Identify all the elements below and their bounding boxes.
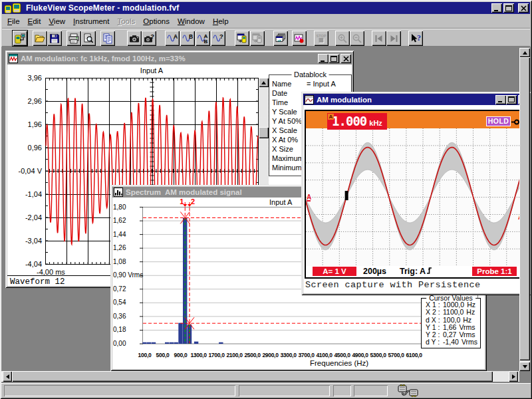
toolbar-camera-button[interactable]	[127, 31, 142, 46]
toolbar-record-button[interactable]	[292, 31, 307, 46]
toolbar-replay-to-pc-gray-button[interactable]	[250, 31, 265, 46]
cursor-value-row: X 2 :1100,0Hz	[422, 309, 480, 316]
spectrum-bar-300hz	[152, 342, 156, 344]
scope-window-titlebar[interactable]: AM modulation	[303, 94, 529, 105]
toolbar-print-button[interactable]	[66, 31, 81, 46]
toolbar-waveform-query-button[interactable]: ?	[211, 31, 225, 46]
spectrum-x-tick-label: 4500,0	[334, 352, 350, 358]
app-icon	[4, 3, 24, 13]
hold-badge: HOLD	[486, 116, 511, 126]
menu-tools[interactable]: Tools	[113, 16, 139, 27]
toolbar-camera-query-button[interactable]: ?	[142, 31, 156, 46]
toolbar: ?ABAB?STOP?	[2, 28, 530, 47]
zoom-in-icon	[337, 33, 348, 44]
spectrum-y-tick-label: 1,44	[113, 231, 126, 238]
spectrum-x-tick-label: 2100,0	[226, 352, 242, 358]
toolbar-waveform-a-button[interactable]: A	[165, 31, 180, 46]
toolbar-waveform-ab-button[interactable]: AB	[196, 31, 210, 46]
mdi-vertical-scrollbar[interactable]	[519, 48, 530, 371]
waveform-chart-title: Input A	[125, 66, 178, 74]
spectrum-y-tick-label: 0,18	[113, 326, 126, 333]
app-maximize-button[interactable]	[503, 3, 514, 13]
toolbar-copy-button[interactable]	[100, 31, 115, 46]
scope-trigger-marker	[345, 191, 348, 200]
datablock-row: Name= Input A	[269, 79, 351, 88]
spectrum-y-tick-label: 1,08	[113, 258, 126, 265]
svg-text:?: ?	[417, 33, 421, 43]
app-titlebar[interactable]: FlukeView ScopeMeter - modulation.fvf	[2, 2, 530, 14]
scope-caption-text: Screen capture with Persistence	[305, 280, 481, 290]
spectrum-y-tick-label: 1,62	[113, 217, 126, 224]
go-first-icon	[374, 33, 384, 44]
replay-to-pc-icon	[237, 33, 247, 44]
toolbar-waveform-b-button[interactable]: B	[180, 31, 195, 46]
scope-trace-plot	[306, 128, 523, 266]
toolbar-go-first-button[interactable]	[372, 31, 386, 46]
cursor-values-panel: Cursor Values X 1 :1000,0HzX 2 :1100,0Hz…	[421, 298, 481, 348]
app-close-button[interactable]	[518, 3, 529, 13]
toolbar-open-folder-button[interactable]	[33, 31, 47, 46]
scope-minimize-button[interactable]	[495, 95, 506, 104]
stop-icon: STOP	[316, 33, 327, 44]
menu-window[interactable]: Window	[174, 16, 209, 27]
svg-text:?: ?	[219, 33, 223, 40]
toolbar-save-floppy-button[interactable]	[47, 31, 62, 46]
spectrum-bar-600hz	[165, 342, 169, 344]
toolbar-print-preview-button[interactable]	[81, 31, 96, 46]
camera-query-icon: ?	[144, 33, 154, 44]
spectrum-y-tick-label: 0,90 Vrms	[113, 271, 143, 279]
go-last-icon	[388, 33, 399, 44]
mdi-scroll-down-button[interactable]	[519, 362, 530, 371]
waveform-y-tick-label: -2,04	[7, 213, 42, 221]
menu-options[interactable]: Options	[139, 16, 174, 27]
scope-window-icon	[305, 95, 314, 104]
spectrum-bar-1800hz	[219, 342, 223, 344]
toolbar-copy-windows-button[interactable]	[273, 31, 288, 46]
app-minimize-button[interactable]	[491, 3, 502, 13]
mdi-scroll-left-button[interactable]	[3, 371, 12, 382]
save-floppy-icon	[49, 33, 60, 44]
menu-instrument[interactable]: Instrument	[69, 16, 113, 27]
mdi-horizontal-scrollbar[interactable]	[1, 371, 519, 382]
waveform-scroll-up-button[interactable]	[259, 78, 269, 87]
cursor-value-unit: Hz	[466, 309, 485, 316]
datablock-row-label: Name	[272, 79, 307, 88]
spectrum-bar-1250hz	[194, 342, 198, 344]
waveform-close-button[interactable]	[340, 54, 351, 63]
toolbar-scopemeter-connect-button[interactable]	[13, 31, 27, 46]
toolbar-zoom-in-button[interactable]	[335, 31, 350, 46]
waveform-y-tick-label: -0,04 V	[7, 167, 42, 175]
spectrum-window-icon	[114, 188, 123, 197]
waveform-maximize-button[interactable]	[329, 54, 339, 63]
waveform-a-icon: A	[167, 33, 178, 44]
mdi-vscrollbar-thumb[interactable]	[519, 57, 530, 360]
menu-file[interactable]: File	[3, 16, 24, 27]
waveform-window-titlebar[interactable]: AM modulation: fc 1kHz, fmod 100Hz, m=33…	[7, 53, 352, 65]
mdi-scroll-right-button[interactable]	[509, 371, 518, 382]
cursor-value-label: X 2 :	[426, 309, 443, 316]
mdi-hscrollbar-thumb[interactable]	[12, 371, 493, 382]
waveform-scrollbar-thumb[interactable]	[259, 127, 269, 138]
spectrum-x-tick-label: 2500,0	[244, 352, 260, 358]
spectrum-x-tick-label: 5700,0	[388, 352, 404, 358]
menu-help[interactable]: Help	[209, 16, 233, 27]
spectrum-bar-100hz	[142, 342, 146, 344]
cursor-value-number: -1,40	[443, 338, 462, 346]
spectrum-x-tick-label: 3700,0	[298, 352, 314, 358]
menu-view[interactable]: View	[45, 16, 69, 27]
svg-text:?: ?	[151, 33, 155, 40]
toolbar-replay-to-pc-button[interactable]	[235, 31, 249, 46]
toolbar-go-last-button[interactable]	[386, 31, 401, 46]
scope-maximize-button[interactable]	[506, 95, 517, 104]
mdi-scroll-up-button[interactable]	[519, 48, 530, 57]
scope-window-client: A 1.000 kHz HOLD A A A= 1 V 200µs Trig: …	[303, 105, 529, 293]
menu-edit[interactable]: Edit	[24, 16, 45, 27]
toolbar-context-help-button[interactable]: ?	[408, 31, 423, 46]
cursor-value-row: d Y :-1,40Vrms	[422, 338, 480, 346]
scope-screen-footer: A= 1 V 200µs Trig: A Probe 1:1	[306, 266, 523, 277]
print-icon	[68, 33, 79, 44]
toolbar-zoom-out-button[interactable]	[350, 31, 364, 46]
toolbar-stop-button[interactable]: STOP	[314, 31, 329, 46]
datablock-row-value: = Input A	[307, 79, 336, 88]
waveform-minimize-button[interactable]	[318, 54, 329, 63]
